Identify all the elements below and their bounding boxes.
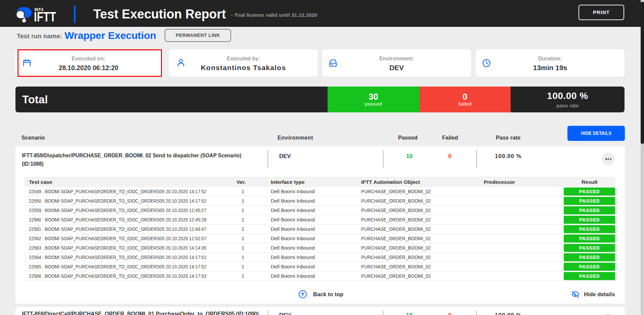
svg-text:IFTT: IFTT	[34, 9, 56, 24]
